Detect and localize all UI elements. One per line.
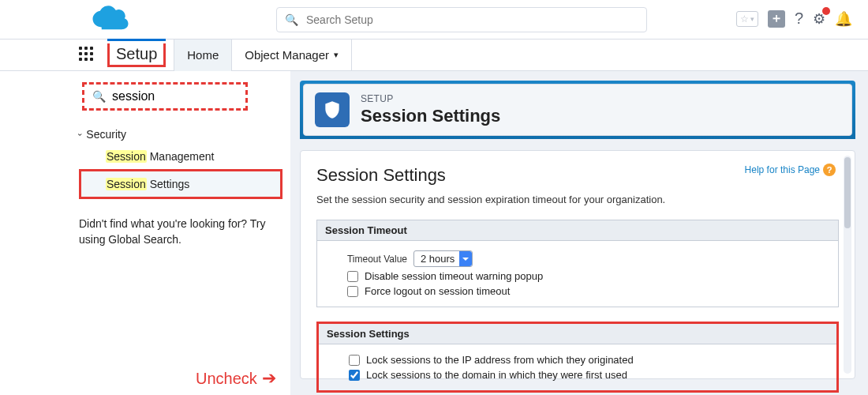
help-for-page-link[interactable]: Help for this Page ? [745, 164, 836, 176]
setup-tree: › Security Session Management Session Se… [79, 125, 290, 199]
salesforce-logo [87, 4, 134, 38]
global-create-button[interactable]: ＋ [768, 10, 785, 28]
global-search[interactable]: 🔍 [276, 7, 647, 32]
notification-badge [822, 7, 830, 15]
shield-icon [315, 92, 350, 127]
checkbox-label: Lock sessions to the IP address from whi… [366, 354, 634, 366]
scrollbar-thumb[interactable] [844, 157, 851, 228]
favorites-button[interactable]: ☆▾ [736, 11, 758, 27]
tree-node-label: Security [86, 128, 126, 141]
disable-timeout-warning-checkbox[interactable] [347, 271, 358, 282]
quick-find-input[interactable] [112, 89, 270, 103]
help-link-label: Help for this Page [745, 164, 820, 175]
tree-node-security[interactable]: › Security [79, 125, 290, 144]
tree-item-label: Settings [147, 178, 189, 190]
setup-app-label: Setup [107, 43, 166, 67]
quick-find[interactable]: 🔍 [82, 82, 248, 111]
chevron-down-icon: › [76, 133, 84, 135]
checkbox-label: Force logout on session timeout [365, 285, 510, 297]
lock-ip-checkbox[interactable] [349, 355, 360, 366]
page-title: Session Settings [361, 106, 500, 126]
notifications-icon[interactable]: 🔔 [835, 10, 852, 28]
no-result-hint: Didn't find what you're looking for? Try… [79, 216, 268, 247]
section-heading: Session Settings [319, 324, 836, 344]
highlight-text: Session [106, 150, 147, 163]
tab-home[interactable]: Home [174, 40, 232, 71]
header-accent-bar: SETUP Session Settings [300, 81, 855, 139]
search-icon: 🔍 [285, 13, 298, 26]
setup-sidebar: 🔍 › Security Session Management Session … [0, 71, 290, 395]
select-value: 2 hours [421, 253, 455, 265]
arrow-right-icon: ➔ [262, 368, 276, 389]
context-nav: Setup Home Object Manager ▾ [0, 40, 868, 71]
app-launcher-icon[interactable] [79, 47, 96, 64]
force-logout-checkbox[interactable] [347, 286, 358, 297]
session-settings-section: Session Settings Lock sessions to the IP… [316, 322, 839, 393]
tree-item-session-settings[interactable]: Session Settings [79, 169, 282, 199]
checkbox-label: Lock sessions to the domain in which the… [366, 369, 627, 381]
section-heading: Session Timeout [317, 220, 838, 241]
select-dropdown-icon [459, 251, 472, 266]
search-icon: 🔍 [92, 90, 106, 103]
annotation-uncheck: Uncheck ➔ [196, 368, 276, 389]
timeout-value-label: Timeout Value [328, 254, 407, 265]
highlight-text: Session [106, 178, 147, 190]
content-card: Help for this Page ? Session Settings Se… [300, 150, 855, 379]
lock-domain-checkbox[interactable] [349, 370, 360, 381]
tab-object-manager-label: Object Manager [245, 48, 329, 62]
session-timeout-section: Session Timeout Timeout Value 2 hours Di… [316, 220, 839, 307]
page-header: SETUP Session Settings [303, 84, 852, 136]
section-description: Set the session security and session exp… [316, 194, 839, 205]
breadcrumb: SETUP [361, 93, 500, 104]
scrollbar[interactable] [844, 156, 851, 374]
checkbox-label: Disable session timeout warning popup [365, 270, 543, 282]
global-header: 🔍 ☆▾ ＋ ? ⚙ 🔔 [0, 0, 868, 40]
settings-gear-icon[interactable]: ⚙ [813, 10, 825, 28]
main-content: SETUP Session Settings Help for this Pag… [290, 71, 868, 395]
chevron-down-icon: ▾ [334, 50, 339, 60]
tab-object-manager[interactable]: Object Manager ▾ [232, 40, 352, 71]
help-badge-icon: ? [823, 164, 836, 176]
tree-item-session-management[interactable]: Session Management [79, 144, 290, 169]
global-search-input[interactable] [306, 13, 638, 26]
help-icon[interactable]: ? [795, 9, 803, 28]
header-actions: ☆▾ ＋ ? ⚙ 🔔 [736, 9, 852, 28]
annotation-text: Uncheck [196, 370, 257, 388]
timeout-value-select[interactable]: 2 hours [413, 250, 473, 267]
tree-item-label: Management [147, 150, 215, 163]
